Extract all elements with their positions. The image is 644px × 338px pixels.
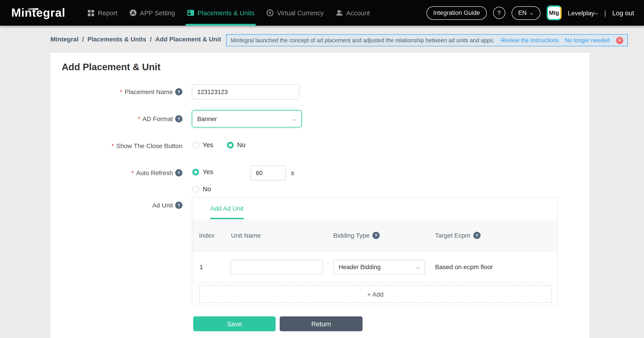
nav-item-placements-units[interactable]: Placements & Units	[181, 0, 260, 26]
language-dropdown[interactable]: EN ⌄	[511, 6, 540, 19]
save-button[interactable]: Save	[193, 317, 276, 331]
avatar[interactable]: Mtg	[547, 5, 562, 20]
ad-unit-help-icon[interactable]: ?	[175, 202, 182, 209]
show-close-no-label[interactable]: No	[237, 141, 246, 149]
nav-item-label: Virtual Currency	[277, 9, 324, 16]
placement-name-input[interactable]	[192, 84, 300, 99]
breadcrumb-separator: /	[82, 35, 84, 43]
ad-format-label: AD Format ?	[50, 115, 182, 122]
currency-exchange-icon: $	[266, 9, 274, 17]
app-viewport: Mintegral Report APP Setting Placements …	[0, 0, 644, 338]
auto-refresh-yes-radio[interactable]	[192, 169, 199, 175]
nav-item-app-setting[interactable]: APP Setting	[123, 0, 181, 26]
auto-refresh-seconds-input[interactable]	[250, 166, 286, 180]
auto-refresh-yes-row: Yes	[192, 168, 213, 176]
app-setting-icon	[129, 9, 137, 17]
chevron-down-icon: ⌄	[414, 264, 421, 270]
chevron-down-icon: ⌄	[529, 10, 534, 15]
table-row: 1 Header Bidding ⌄ Based on ecpm floor	[192, 252, 558, 283]
nav-item-report[interactable]: Report	[82, 0, 123, 26]
bidding-type-select[interactable]: Header Bidding ⌄	[333, 260, 425, 275]
auto-refresh-no-row: No	[192, 185, 211, 193]
notice-close-icon[interactable]: ✕	[616, 37, 623, 44]
mintegral-logo[interactable]: Mintegral	[11, 6, 65, 20]
ad-unit-label: Ad Unit ?	[50, 202, 182, 209]
ad-unit-panel: Add Ad Unit Index Unit Name Bidding Type…	[192, 197, 558, 306]
placements-window-icon	[187, 9, 194, 17]
unit-name-input[interactable]	[230, 260, 323, 275]
auto-refresh-no-radio[interactable]	[192, 186, 199, 192]
show-close-button-label: Show The Close Button	[50, 142, 182, 149]
ad-format-value: Banner	[197, 115, 217, 122]
nav-menu: Report APP Setting Placements & Units $ …	[82, 0, 376, 26]
show-close-no-radio[interactable]	[227, 142, 234, 148]
header-help-button[interactable]: ?	[493, 7, 505, 19]
seconds-unit-label: s	[291, 169, 294, 176]
tab-add-ad-unit[interactable]: Add Ad Unit	[210, 198, 244, 219]
auto-refresh-label: Auto Refresh ?	[50, 169, 182, 176]
nav-divider: |	[604, 9, 606, 17]
ad-unit-table-header: Index Unit Name Bidding Type ? Target Ec…	[192, 219, 558, 252]
bidding-type-column-header: Bidding Type ?	[333, 219, 380, 252]
chevron-down-icon: ⌄	[291, 116, 298, 122]
bidding-type-help-icon[interactable]: ?	[372, 232, 380, 239]
placement-name-label: Placement Name ?	[50, 88, 182, 95]
nav-item-virtual-currency[interactable]: $ Virtual Currency	[260, 0, 330, 26]
auto-refresh-yes-label[interactable]: Yes	[203, 168, 213, 176]
breadcrumb: Mintegral / Placements & Units / Add Pla…	[50, 26, 221, 53]
target-ecpm-help-icon[interactable]: ?	[473, 232, 480, 239]
nav-item-label: Placements & Units	[198, 9, 254, 16]
placement-name-help-icon[interactable]: ?	[175, 88, 182, 95]
auto-refresh-help-icon[interactable]: ?	[175, 169, 182, 176]
svg-text:$: $	[269, 10, 271, 15]
show-close-yes-label[interactable]: Yes	[203, 141, 213, 149]
auto-refresh-no-label[interactable]: No	[203, 185, 211, 193]
report-grid-icon	[87, 9, 94, 16]
language-label: EN	[518, 9, 527, 16]
nav-item-label: APP Setting	[140, 9, 175, 16]
logout-button[interactable]: Log out	[612, 9, 634, 16]
row-index: 1	[200, 263, 203, 271]
nav-item-label: Report	[98, 9, 117, 16]
add-unit-button[interactable]: + Add	[199, 285, 552, 303]
breadcrumb-separator: /	[150, 35, 152, 43]
breadcrumb-placements-units[interactable]: Placements & Units	[87, 35, 146, 43]
notice-banner: Mintegral launched the concept of ad pla…	[226, 34, 628, 46]
breadcrumb-current-page: Add Placement & Unit	[155, 35, 221, 43]
add-placement-card: Add Placement & Unit Placement Name ? AD…	[50, 53, 590, 338]
index-column-header: Index	[199, 219, 214, 252]
username-label: Levelplay–	[568, 9, 598, 16]
bidding-type-value: Header Bidding	[339, 264, 380, 271]
target-ecpm-value: Based on ecpm floor	[435, 263, 493, 271]
ad-format-select[interactable]: Banner ⌄	[192, 110, 302, 127]
no-longer-needed-link[interactable]: No longer needed	[565, 37, 610, 43]
nav-item-account[interactable]: Account	[330, 0, 376, 26]
return-button[interactable]: Return	[280, 317, 362, 331]
top-nav: Mintegral Report APP Setting Placements …	[0, 0, 644, 26]
integration-guide-button[interactable]: Integration Guide	[426, 6, 486, 19]
show-close-yes-radio[interactable]	[192, 142, 199, 148]
breadcrumb-mintegral[interactable]: Mintegral	[50, 35, 78, 43]
page-title: Add Placement & Unit	[62, 62, 160, 72]
ad-format-help-icon[interactable]: ?	[175, 115, 182, 122]
target-ecpm-column-header: Target Ecpm ?	[435, 219, 480, 252]
unit-name-column-header: Unit Name	[231, 219, 261, 252]
account-person-icon	[336, 9, 343, 17]
notice-message: Mintegral launched the concept of ad pla…	[231, 37, 495, 43]
nav-item-label: Account	[346, 9, 370, 16]
nav-right-cluster: Integration Guide ? EN ⌄ Mtg Levelplay– …	[426, 5, 634, 20]
review-instructions-link[interactable]: Review the instructions	[501, 37, 559, 43]
show-close-radio-group: Yes No	[192, 141, 246, 149]
